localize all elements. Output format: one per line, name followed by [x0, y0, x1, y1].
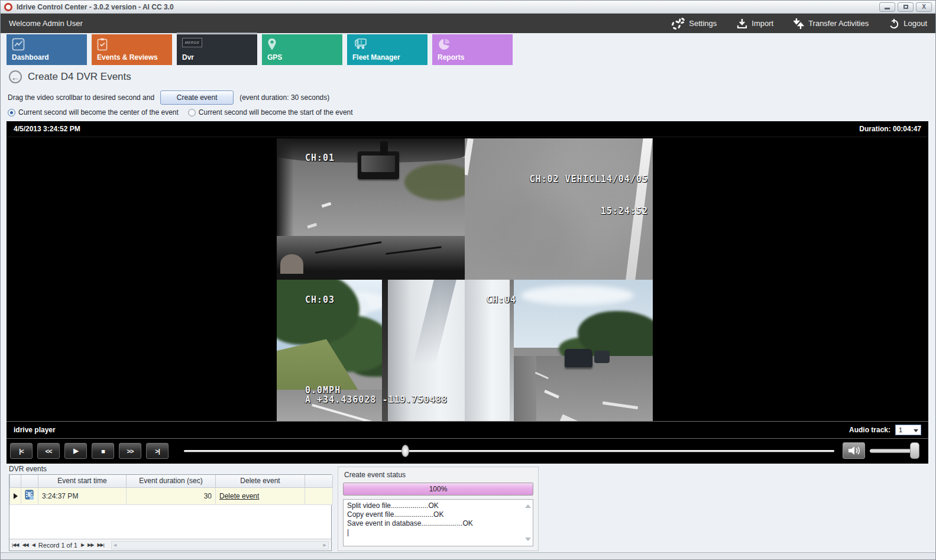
minimize-button[interactable] — [879, 2, 895, 12]
settings-button[interactable]: Settings — [672, 18, 717, 30]
osd-ch2-line2: 15:24:52 — [529, 206, 648, 216]
chart-icon — [12, 38, 25, 51]
prev-record-button[interactable]: ◀ — [32, 542, 35, 548]
pie-chart-icon — [438, 38, 451, 51]
scroll-up-icon[interactable] — [525, 504, 531, 508]
icon-column-header — [21, 475, 38, 487]
status-panel-title: Create event status — [338, 467, 538, 481]
close-button[interactable]: X — [916, 2, 932, 12]
osd-ch2-label: CH:02 VEHICL14/04/05 15:24:52 — [529, 153, 648, 238]
horizontal-scrollbar[interactable]: ◀ ▶ — [111, 541, 329, 549]
col-event-duration[interactable]: Event duration (sec) — [127, 475, 216, 487]
map-pin-icon — [267, 38, 277, 51]
seek-slider[interactable] — [184, 450, 834, 452]
scroll-down-icon[interactable] — [525, 538, 531, 541]
osd-gps-coordinates: A +34.436028 -119.750488 — [305, 394, 448, 405]
video-player: 4/5/2013 3:24:52 PM Duration: 00:04:47 — [7, 121, 928, 464]
table-empty-area — [9, 505, 331, 539]
mute-button[interactable] — [843, 442, 865, 459]
window-title: Idrive Control Center - 3.0.2 version - … — [17, 3, 879, 11]
audio-track-select[interactable]: 1 — [895, 425, 921, 435]
transfer-activities-label: Transfer Activities — [808, 19, 869, 28]
radio-selected-icon — [8, 109, 15, 116]
logout-label: Logout — [903, 19, 927, 28]
dvr-events-label: DVR events — [9, 465, 47, 473]
row-selector-cell — [10, 487, 21, 504]
current-row-arrow-icon — [14, 493, 18, 499]
merge-icon: MERGE — [182, 38, 202, 47]
next-record-button[interactable]: ▶ — [81, 542, 84, 548]
seek-slider-thumb[interactable] — [401, 445, 409, 457]
settings-label: Settings — [689, 19, 717, 28]
record-navigator: |◀◀ ◀◀ ◀ Record 1 of 1 ▶ ▶▶ ▶▶| ◀ ▶ — [9, 539, 331, 551]
back-arrow-icon: ← — [11, 72, 20, 82]
logout-button[interactable]: Logout — [889, 18, 927, 29]
delete-event-cell: Delete event — [216, 487, 305, 504]
film-clip-icon — [25, 490, 35, 500]
app-window: Idrive Control Center - 3.0.2 version - … — [0, 0, 936, 560]
instruction-text: Drag the video scrollbar to desired seco… — [8, 93, 154, 102]
next-page-button[interactable]: ▶▶ — [88, 542, 93, 548]
player-title-bar: idrive player Audio track: 1 — [7, 421, 928, 439]
checklist-icon — [97, 38, 108, 51]
import-button[interactable]: Import — [737, 18, 773, 29]
speaker-icon — [847, 446, 860, 455]
prev-page-button[interactable]: ◀◀ — [22, 542, 28, 548]
radio-start-of-event[interactable]: Current second will become the start of … — [188, 108, 353, 116]
import-icon — [737, 18, 747, 29]
duration-note: (event duration: 30 seconds) — [239, 93, 329, 102]
transfer-activities-button[interactable]: Transfer Activities — [794, 18, 869, 30]
rewind-button[interactable]: << — [37, 443, 60, 459]
osd-ch2-line1: CH:02 VEHICL14/04/05 — [529, 174, 648, 184]
module-tabs: Dashboard Events & Reviews MERGE Dvr GPS — [7, 34, 513, 65]
last-record-button[interactable]: ▶▶| — [97, 542, 103, 548]
tab-dvr[interactable]: MERGE Dvr — [177, 34, 257, 65]
volume-slider-thumb[interactable] — [910, 442, 919, 459]
stop-button[interactable]: ■ — [92, 443, 114, 459]
osd-ch1-label: CH:01 — [305, 153, 335, 163]
radio-center-of-event[interactable]: Current second will become the center of… — [8, 108, 179, 116]
import-label: Import — [752, 19, 773, 28]
video-area: CH:01 CH:02 VEHICL14/04/05 15:24:52 CH:0… — [7, 137, 928, 421]
radio-start-label: Current second will become the start of … — [199, 108, 353, 116]
tab-dashboard[interactable]: Dashboard — [7, 34, 87, 65]
play-button[interactable]: ▶ — [64, 443, 87, 459]
video-quad: CH:01 CH:02 VEHICL14/04/05 15:24:52 CH:0… — [277, 138, 653, 421]
tab-reports[interactable]: Reports — [432, 34, 513, 65]
create-event-status-panel: Create event status 100% Split video fil… — [338, 467, 539, 551]
close-icon: X — [922, 4, 926, 10]
col-event-start-time[interactable]: Event start time — [38, 475, 127, 487]
audio-track-value: 1 — [899, 426, 902, 433]
transfer-icon — [794, 18, 804, 30]
tab-gps[interactable]: GPS — [262, 34, 342, 65]
go-to-end-button[interactable]: >| — [146, 443, 169, 459]
chevron-down-icon — [914, 429, 918, 432]
first-record-button[interactable]: |◀◀ — [12, 542, 18, 548]
radio-center-label: Current second will become the center of… — [18, 108, 179, 116]
fast-forward-button[interactable]: >> — [119, 443, 141, 459]
current-timestamp: 4/5/2013 3:24:52 PM — [14, 125, 80, 133]
status-log[interactable]: Split video file...................OK Co… — [343, 499, 533, 546]
video-duration: Duration: 00:04:47 — [859, 125, 921, 133]
filler-column-header — [305, 475, 333, 487]
go-to-start-button[interactable]: |< — [10, 443, 33, 459]
volume-slider[interactable] — [870, 449, 919, 453]
col-delete-event[interactable]: Delete event — [216, 475, 305, 487]
osd-ch3-label: CH:03 — [305, 294, 335, 305]
log-line: Save event in database..................… — [347, 519, 523, 528]
tab-reports-label: Reports — [438, 53, 464, 61]
truck-icon — [352, 38, 368, 51]
osd-ch4-label: CH:04 — [487, 294, 516, 305]
tab-fleet-manager[interactable]: Fleet Manager — [347, 34, 427, 65]
progress-bar: 100% — [343, 483, 533, 496]
event-icon-cell — [21, 487, 38, 504]
maximize-button[interactable] — [898, 2, 914, 12]
tab-events-reviews[interactable]: Events & Reviews — [92, 34, 172, 65]
create-event-button[interactable]: Create event — [160, 90, 234, 105]
delete-event-link[interactable]: Delete event — [219, 492, 259, 500]
radio-unselected-icon — [188, 109, 196, 116]
minimize-icon — [885, 8, 890, 9]
table-row[interactable]: 3:24:37 PM 30 Delete event — [10, 487, 333, 504]
log-line: Split video file...................OK — [347, 501, 523, 510]
back-button[interactable]: ← — [9, 70, 22, 83]
